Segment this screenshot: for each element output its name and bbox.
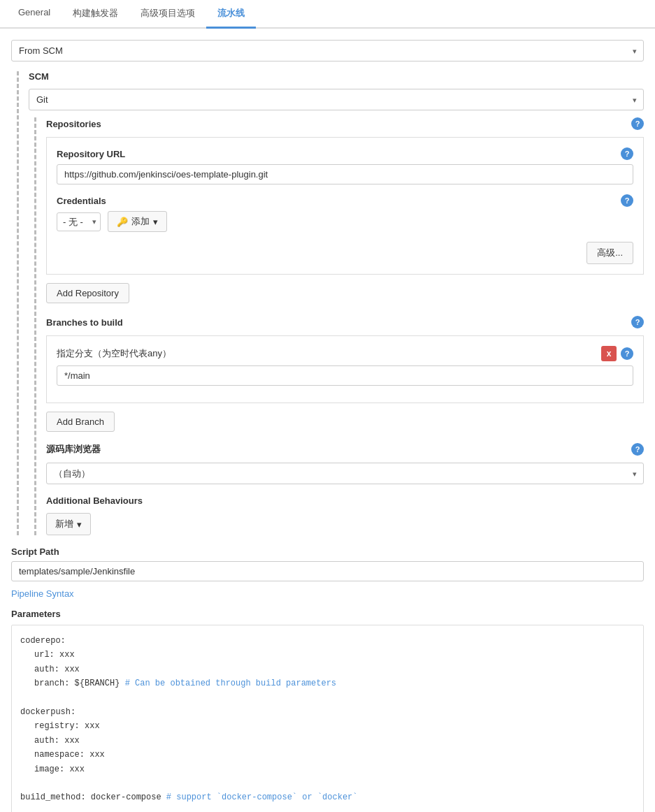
new-behaviour-label: 新增 — [55, 518, 73, 530]
code-line-7: auth: xxx — [34, 734, 635, 748]
branch-specifier-help-icon[interactable]: ? — [621, 347, 633, 360]
code-line-8: namespace: xxx — [34, 748, 635, 762]
branch-specifier-input[interactable] — [57, 365, 633, 386]
repositories-help-icon[interactable]: ? — [631, 117, 644, 130]
repositories-label: Repositories — [46, 119, 101, 129]
repositories-title: Repositories ? — [46, 117, 644, 130]
source-browser-title: 源码库浏览器 ? — [46, 443, 644, 456]
tabs-bar: General 构建触发器 高级项目选项 流水线 — [0, 0, 655, 29]
code-line-5: dockerpush: — [20, 705, 635, 719]
add-credential-button[interactable]: 🔑 添加 ▾ — [108, 211, 167, 232]
add-credential-label: 添加 — [131, 215, 150, 228]
script-path-label: Script Path — [11, 546, 644, 557]
source-browser-select[interactable]: （自动） — [46, 463, 644, 484]
add-repository-wrapper: Add Repository — [46, 283, 644, 303]
code-blank-2 — [20, 776, 635, 790]
code-blank-1 — [20, 691, 635, 705]
pipeline-syntax-link[interactable]: Pipeline Syntax — [11, 588, 74, 599]
tab-advanced-options[interactable]: 高级项目选项 — [129, 0, 206, 29]
branch-row: 指定分支（为空时代表any） x ? — [57, 346, 633, 386]
code-line-3: auth: xxx — [34, 662, 635, 676]
repo-url-input[interactable] — [57, 164, 633, 184]
parameters-section: Parameters coderepo: url: xxx auth: xxx … — [11, 609, 644, 812]
repositories-section: Repositories ? Repository URL ? Credenti… — [34, 117, 644, 535]
repo-url-label-row: Repository URL ? — [57, 147, 633, 160]
code-line-4: branch: ${BRANCH} # Can be obtained thro… — [34, 676, 635, 690]
additional-behaviours-title: Additional Behaviours — [46, 495, 644, 506]
credentials-help-icon[interactable]: ? — [621, 194, 633, 207]
branches-section: Branches to build ? 指定分支（为空时代表any） x ? — [46, 316, 644, 432]
scm-section: SCM Git ▾ Repositories ? Repository URL … — [17, 71, 644, 535]
advanced-button[interactable]: 高级... — [586, 242, 633, 264]
source-browser-section: 源码库浏览器 ? （自动） ▾ — [46, 443, 644, 484]
repo-url-group: Repository URL ? — [57, 147, 633, 184]
tab-pipeline[interactable]: 流水线 — [206, 0, 256, 29]
delete-branch-button[interactable]: x — [601, 346, 617, 361]
additional-behaviours-label: Additional Behaviours — [46, 495, 143, 506]
source-browser-help-icon[interactable]: ? — [631, 443, 644, 456]
add-repository-button[interactable]: Add Repository — [46, 283, 129, 303]
definition-select-wrapper: From SCM ▾ — [11, 40, 644, 61]
add-branch-wrapper: Add Branch — [46, 412, 644, 432]
credentials-row: - 无 - ▾ 🔑 添加 ▾ — [57, 211, 633, 232]
code-line-10: build_method: docker-compose # support `… — [20, 790, 635, 804]
repositories-inner: Repository URL ? Credentials ? - 无 - — [46, 137, 644, 275]
source-browser-label: 源码库浏览器 — [46, 443, 101, 456]
code-line-2: url: xxx — [34, 648, 635, 662]
credentials-select[interactable]: - 无 - — [57, 212, 101, 231]
script-path-input[interactable] — [11, 561, 644, 581]
add-credential-wrapper: 🔑 添加 ▾ — [108, 211, 167, 232]
scm-label: SCM — [29, 71, 49, 82]
branch-inner: 指定分支（为空时代表any） x ? — [46, 335, 644, 403]
credentials-label: Credentials — [57, 196, 106, 206]
tab-general[interactable]: General — [7, 0, 62, 29]
branches-title: Branches to build ? — [46, 316, 644, 328]
tab-build-triggers[interactable]: 构建触发器 — [62, 0, 129, 29]
additional-behaviours-section: Additional Behaviours 新增 ▾ — [46, 495, 644, 535]
branches-label: Branches to build — [46, 317, 123, 328]
credentials-select-wrapper: - 无 - ▾ — [57, 212, 101, 231]
branches-help-icon[interactable]: ? — [631, 316, 644, 328]
add-credential-arrow: ▾ — [153, 217, 158, 227]
add-branch-button[interactable]: Add Branch — [46, 412, 115, 432]
branch-actions: x ? — [601, 346, 633, 361]
git-select[interactable]: Git — [29, 89, 644, 110]
source-browser-select-wrapper: （自动） ▾ — [46, 463, 644, 484]
definition-select[interactable]: From SCM — [11, 40, 644, 61]
code-line-9: image: xxx — [34, 762, 635, 776]
parameters-title: Parameters — [11, 609, 644, 619]
advanced-row: 高级... — [57, 242, 633, 264]
key-icon: 🔑 — [117, 217, 128, 227]
scm-title: SCM — [29, 71, 644, 82]
page-content: From SCM ▾ SCM Git ▾ Repositories ? — [0, 29, 655, 812]
git-select-wrapper: Git ▾ — [29, 89, 644, 110]
repo-url-label: Repository URL — [57, 149, 125, 159]
branch-content: 指定分支（为空时代表any） x ? — [57, 346, 633, 386]
code-line-6: registry: xxx — [34, 719, 635, 733]
credentials-label-row: Credentials ? — [57, 194, 633, 207]
code-line-1: coderepo: — [20, 634, 635, 648]
script-path-section: Script Path — [11, 546, 644, 581]
new-behaviour-arrow: ▾ — [77, 519, 82, 530]
credentials-group: Credentials ? - 无 - ▾ 🔑 — [57, 194, 633, 232]
new-behaviour-button[interactable]: 新增 ▾ — [46, 513, 91, 535]
repo-url-help-icon[interactable]: ? — [621, 147, 633, 160]
branch-label-row: 指定分支（为空时代表any） x ? — [57, 346, 633, 361]
branch-specifier-label: 指定分支（为空时代表any） — [57, 347, 171, 360]
parameters-code-block: coderepo: url: xxx auth: xxx branch: ${B… — [11, 625, 644, 812]
